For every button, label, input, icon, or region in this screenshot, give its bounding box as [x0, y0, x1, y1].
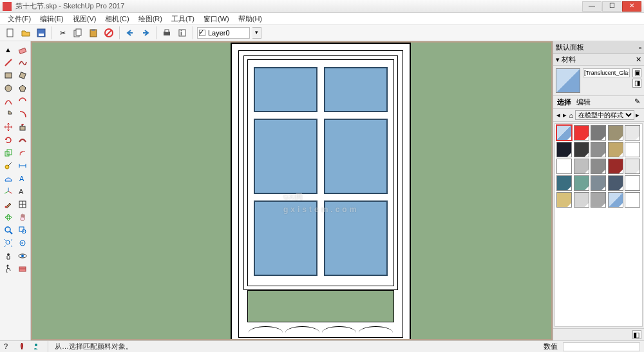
material-swatch[interactable] [625, 192, 640, 208]
select-tool-icon[interactable]: ▲ [3, 44, 14, 55]
material-swatch[interactable] [574, 125, 589, 141]
material-swatch[interactable] [608, 142, 623, 157]
pushpull-tool-icon[interactable] [17, 121, 28, 133]
position-camera-tool-icon[interactable] [3, 250, 14, 262]
zoom-window-tool-icon[interactable] [17, 224, 28, 236]
material-swatch[interactable] [625, 175, 640, 191]
material-swatch[interactable] [625, 159, 640, 174]
create-material-icon[interactable]: ▣ [632, 68, 641, 77]
freehand-tool-icon[interactable] [17, 57, 28, 68]
collection-dropdown[interactable]: 在模型中的样式 [575, 110, 634, 120]
tab-select[interactable]: 选择 [557, 97, 571, 107]
look-around-tool-icon[interactable] [17, 250, 28, 262]
dimension-tool-icon[interactable] [17, 160, 28, 171]
display-mode-icon[interactable]: ◧ [632, 330, 641, 339]
followme-tool-icon[interactable] [17, 134, 28, 146]
material-swatch[interactable] [608, 125, 623, 141]
menu-draw[interactable]: 绘图(R) [135, 14, 166, 24]
menu-icon[interactable]: ▸ [636, 111, 641, 120]
material-swatch[interactable] [556, 175, 572, 191]
help-icon[interactable]: ? [4, 342, 13, 351]
menu-file[interactable]: 文件(F) [4, 14, 35, 24]
zoom-extents-tool-icon[interactable] [3, 237, 14, 249]
material-swatch[interactable] [591, 175, 606, 191]
arc2-tool-icon[interactable] [17, 95, 28, 107]
credits-icon[interactable] [32, 342, 41, 351]
move-tool-icon[interactable] [3, 121, 14, 133]
current-material-swatch[interactable] [556, 68, 580, 93]
tray-close-icon[interactable]: ▫ [639, 44, 641, 52]
new-file-icon[interactable] [4, 26, 17, 39]
material-swatch[interactable] [608, 159, 623, 174]
material-swatch[interactable] [625, 125, 640, 141]
print-icon[interactable] [160, 26, 173, 39]
material-swatch[interactable] [574, 175, 589, 191]
material-swatch[interactable] [591, 159, 606, 174]
nav-fwd-icon[interactable]: ▸ [562, 111, 567, 119]
menu-camera[interactable]: 相机(C) [101, 14, 133, 24]
component-tool-icon[interactable] [17, 199, 28, 210]
pie-tool-icon[interactable] [3, 108, 14, 120]
material-name-input[interactable] [583, 68, 630, 77]
eraser-tool-icon[interactable] [17, 44, 28, 55]
paint-tool-icon[interactable] [3, 199, 14, 210]
cut-icon[interactable]: ✂ [56, 26, 69, 39]
material-swatch[interactable] [591, 192, 606, 208]
layer-name-input[interactable] [208, 29, 247, 37]
zoom-tool-icon[interactable] [3, 224, 14, 236]
polygon-tool-icon[interactable] [17, 83, 28, 94]
material-swatch[interactable] [608, 192, 623, 208]
material-swatch[interactable] [556, 142, 572, 157]
material-swatch[interactable] [591, 125, 606, 141]
offset-tool-icon[interactable] [17, 147, 28, 159]
orbit-tool-icon[interactable] [3, 211, 14, 223]
line-tool-icon[interactable] [3, 57, 14, 68]
menu-help[interactable]: 帮助(H) [234, 14, 266, 24]
layer-dropdown-icon[interactable]: ▾ [252, 27, 261, 39]
panel-close-icon[interactable]: ✕ [636, 55, 641, 64]
material-swatch[interactable] [574, 142, 589, 157]
menu-edit[interactable]: 编辑(E) [36, 14, 68, 24]
material-swatch[interactable] [591, 142, 606, 157]
layer-visible-check[interactable] [199, 30, 205, 36]
menu-view[interactable]: 视图(V) [69, 14, 100, 24]
circle-tool-icon[interactable] [3, 83, 14, 94]
material-swatch[interactable] [556, 159, 572, 174]
viewport[interactable]: GXI网gxistem.com [31, 41, 553, 340]
text-tool-icon[interactable]: A [17, 173, 28, 184]
rectangle-tool-icon[interactable] [3, 70, 14, 81]
model-info-icon[interactable]: i [176, 26, 189, 39]
walk-tool-icon[interactable] [3, 263, 14, 275]
open-file-icon[interactable] [19, 26, 32, 39]
material-swatch[interactable] [574, 192, 589, 208]
previous-view-tool-icon[interactable] [17, 237, 28, 249]
geo-icon[interactable] [18, 342, 27, 351]
rotate-tool-icon[interactable] [3, 134, 14, 146]
protractor-tool-icon[interactable] [3, 173, 14, 184]
tray-title[interactable]: 默认面板 ▫ [553, 41, 644, 54]
minimize-button[interactable]: — [582, 1, 601, 12]
material-swatch[interactable] [556, 125, 572, 141]
material-swatch[interactable] [625, 142, 640, 157]
maximize-button[interactable]: ☐ [602, 1, 621, 12]
3dtext-tool-icon[interactable]: A [17, 186, 28, 197]
axes-tool-icon[interactable] [3, 186, 14, 197]
arc-tool-icon[interactable] [3, 95, 14, 107]
tab-edit[interactable]: 编辑 [576, 97, 591, 107]
arc3-tool-icon[interactable] [17, 108, 28, 120]
layer-selector[interactable] [197, 27, 250, 39]
scale-tool-icon[interactable] [3, 147, 14, 159]
measurement-input[interactable] [563, 342, 640, 351]
close-button[interactable]: ✕ [622, 1, 641, 12]
home-icon[interactable]: ⌂ [569, 112, 574, 119]
eyedropper-icon[interactable]: ✎ [634, 97, 640, 107]
materials-panel-header[interactable]: ▾ 材料 ✕ [553, 54, 644, 66]
material-swatch[interactable] [574, 159, 589, 174]
undo-icon[interactable] [124, 26, 137, 39]
menu-window[interactable]: 窗口(W) [200, 14, 233, 24]
save-icon[interactable] [35, 26, 48, 39]
material-swatch[interactable] [556, 192, 572, 208]
tape-tool-icon[interactable] [3, 160, 14, 171]
copy-icon[interactable] [71, 26, 84, 39]
section-tool-icon[interactable] [17, 263, 28, 275]
